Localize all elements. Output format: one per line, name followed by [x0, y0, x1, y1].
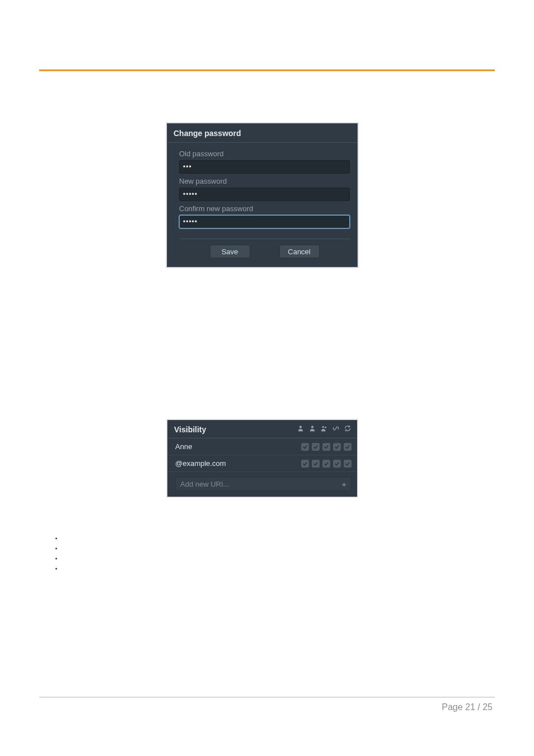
change-password-body: Old password New password Confirm new pa… — [167, 143, 358, 267]
visibility-header-icons — [297, 424, 352, 435]
new-password-input[interactable] — [179, 188, 350, 201]
new-password-label: New password — [179, 174, 350, 188]
change-password-footer: Save Cancel — [179, 239, 350, 266]
svg-point-1 — [311, 426, 313, 428]
visibility-row-label: Anne — [175, 442, 192, 451]
change-password-panel: Change password Old password New passwor… — [166, 122, 359, 268]
check-toggle[interactable] — [344, 460, 352, 468]
check-toggle[interactable] — [344, 443, 352, 451]
group-icon — [320, 424, 328, 435]
save-button[interactable]: Save — [210, 245, 250, 258]
visibility-row-checks — [301, 460, 352, 468]
check-toggle[interactable] — [322, 460, 330, 468]
check-toggle[interactable] — [301, 460, 309, 468]
old-password-input[interactable] — [179, 160, 350, 174]
add-uri-placeholder: Add new URI... — [180, 480, 229, 488]
person-icon — [297, 424, 305, 435]
visibility-row-label: @example.com — [175, 459, 226, 468]
check-toggle[interactable] — [333, 460, 341, 468]
old-password-label: Old password — [179, 146, 350, 160]
visibility-title: Visibility — [174, 425, 206, 434]
visibility-header: Visibility — [167, 420, 357, 438]
visibility-row: @example.com — [167, 455, 357, 472]
person-icon — [308, 424, 316, 435]
add-uri-input[interactable]: Add new URI... + — [175, 477, 352, 491]
confirm-password-label: Confirm new password — [179, 201, 350, 215]
svg-point-2 — [322, 426, 325, 428]
confirm-password-input[interactable] — [179, 215, 350, 228]
check-toggle[interactable] — [312, 443, 320, 451]
page-number: Page 21 / 25 — [442, 702, 493, 712]
visibility-row: Anne — [167, 438, 357, 455]
footer-rule — [39, 697, 495, 698]
svg-point-0 — [299, 426, 302, 428]
visibility-row-checks — [301, 443, 352, 451]
refresh-icon — [344, 424, 352, 435]
check-toggle[interactable] — [333, 443, 341, 451]
visibility-panel: Visibility Anne @example.com Add — [166, 419, 358, 498]
header-rule — [39, 69, 495, 71]
check-toggle[interactable] — [301, 443, 309, 451]
link-icon — [332, 424, 340, 435]
change-password-title: Change password — [167, 123, 358, 143]
check-toggle[interactable] — [312, 460, 320, 468]
svg-point-3 — [325, 427, 326, 428]
cancel-button[interactable]: Cancel — [279, 245, 320, 258]
check-toggle[interactable] — [322, 443, 330, 451]
plus-icon[interactable]: + — [341, 480, 346, 488]
